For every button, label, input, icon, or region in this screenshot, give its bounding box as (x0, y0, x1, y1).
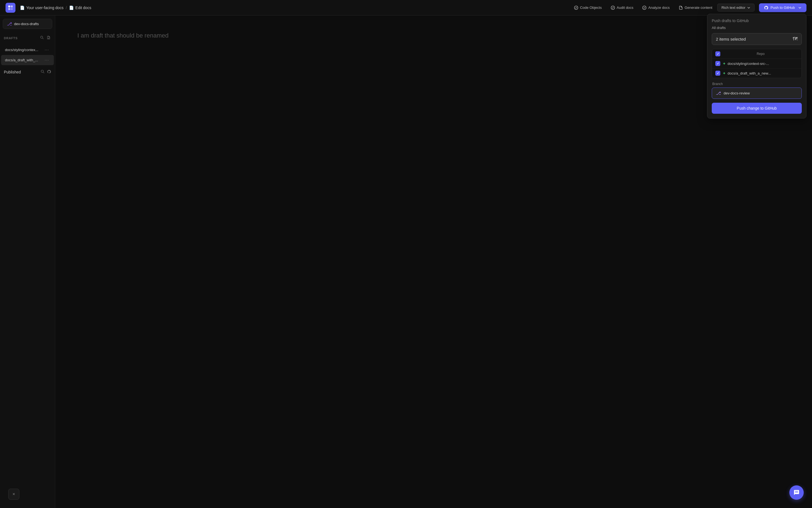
breadcrumb-current[interactable]: 📄 Edit docs (69, 5, 91, 10)
files-list: ✓ Repo ✓ + docs/styling/context-src-... … (712, 49, 802, 78)
svg-line-12 (43, 72, 44, 73)
dropdown-all-drafts[interactable]: All drafts (712, 26, 802, 30)
items-selected-text: 2 items selected (716, 37, 790, 41)
file-1-plus-icon: + (723, 61, 725, 66)
files-list-header: ✓ Repo (712, 49, 802, 59)
sidebar-published: Published (0, 68, 55, 77)
file-2-check-mark: ✓ (717, 72, 719, 75)
breadcrumb-parent[interactable]: 📄 Your user-facing docs (20, 5, 64, 10)
published-actions (41, 70, 51, 75)
push-to-github-button[interactable]: Push to GitHub (759, 3, 807, 12)
map-icon-button[interactable]: 🗺 (793, 36, 798, 42)
file-2-checkbox[interactable]: ✓ (715, 71, 720, 76)
push-to-github-label: Push to GitHub (771, 5, 795, 10)
branch-section: Branch ⎇ dev-docs-review (712, 82, 802, 99)
svg-rect-3 (11, 8, 13, 10)
drafts-search-button[interactable] (40, 35, 44, 41)
check-circle-icon-2 (611, 5, 615, 10)
sidebar-drafts-header: DRAFTS (0, 33, 55, 43)
branch-icon: ⎇ (716, 91, 721, 96)
search-icon (40, 36, 44, 40)
sidebar: ⎇ dev-docs-drafts DRAFTS (0, 15, 55, 508)
new-draft-button[interactable] (46, 35, 51, 41)
sidebar-section-actions (40, 35, 51, 41)
file-2-plus-icon: + (723, 71, 725, 75)
audit-docs-label: Audit docs (617, 5, 634, 10)
rich-text-label: Rich text editor (721, 5, 745, 10)
draft-title: I am draft that should be renamed (77, 32, 790, 39)
new-file-icon (47, 36, 50, 40)
sidebar-repo[interactable]: ⎇ dev-docs-drafts (3, 19, 52, 29)
chat-icon (794, 490, 800, 496)
published-label: Published (4, 70, 21, 74)
branch-row[interactable]: ⎇ dev-docs-review (712, 87, 802, 99)
close-button[interactable]: × (8, 489, 19, 500)
analyze-docs-button[interactable]: Analyze docs (638, 4, 673, 12)
breadcrumb-separator: / (66, 5, 67, 10)
push-chevron-down-icon (798, 6, 802, 9)
svg-point-11 (41, 70, 43, 72)
code-objects-label: Code Objects (580, 5, 602, 10)
doc-icon: 📄 (20, 5, 25, 10)
svg-rect-2 (8, 8, 10, 10)
breadcrumb-current-label: Edit docs (75, 5, 91, 10)
items-selected-row: 2 items selected 🗺 (712, 33, 802, 45)
sidebar-item-2-label: docs/a_draft_with_... (5, 58, 43, 62)
header-nav: Code Objects Audit docs Analyze docs Gen… (570, 4, 755, 12)
app-logo (5, 3, 15, 13)
sidebar-item-2[interactable]: docs/a_draft_with_... ⋯ (1, 55, 54, 65)
doc-icon-2: 📄 (69, 5, 74, 10)
sidebar-item-1[interactable]: docs/styling/contex... ⋯ (1, 45, 54, 55)
generate-content-button[interactable]: Generate content (675, 4, 716, 12)
generate-content-label: Generate content (685, 5, 712, 10)
chat-button[interactable] (789, 485, 804, 500)
breadcrumb-parent-label: Your user-facing docs (26, 5, 64, 10)
file-row-2[interactable]: ✓ + docs/a_draft_with_a_new... (712, 69, 802, 78)
file-1-name: docs/styling/context-src-... (728, 61, 769, 66)
sidebar-item-1-label: docs/styling/contex... (5, 48, 43, 52)
file-1-check-mark: ✓ (717, 62, 719, 66)
header-checkbox[interactable]: ✓ (715, 51, 720, 56)
push-change-button[interactable]: Push change to GitHub (712, 103, 802, 114)
check-circle-icon-3 (642, 5, 647, 10)
sidebar-item-2-more[interactable]: ⋯ (43, 57, 50, 63)
sidebar-repo-name: dev-docs-drafts (14, 22, 39, 26)
dropdown-header: Push drafts to GitHub (712, 18, 802, 23)
file-icon (679, 5, 683, 10)
check-circle-icon (574, 5, 578, 10)
drafts-label: DRAFTS (4, 36, 18, 40)
repo-col-label: Repo (723, 52, 798, 56)
main-layout: ⎇ dev-docs-drafts DRAFTS (0, 15, 812, 508)
chevron-down-icon (747, 6, 750, 9)
github-icon (764, 5, 768, 10)
svg-rect-0 (8, 5, 10, 7)
svg-line-8 (43, 38, 43, 39)
rich-text-editor-button[interactable]: Rich text editor (717, 4, 755, 12)
search-icon-2 (41, 70, 45, 74)
breadcrumb: 📄 Your user-facing docs / 📄 Edit docs (20, 5, 91, 10)
check-mark: ✓ (717, 52, 719, 56)
branch-name: dev-docs-review (724, 91, 750, 95)
header: 📄 Your user-facing docs / 📄 Edit docs Co… (0, 0, 812, 15)
file-2-name: docs/a_draft_with_a_new... (728, 71, 771, 75)
audit-docs-button[interactable]: Audit docs (607, 4, 638, 12)
published-github-button[interactable] (47, 70, 51, 75)
svg-rect-1 (11, 5, 13, 7)
file-row-1[interactable]: ✓ + docs/styling/context-src-... (712, 59, 802, 69)
github-icon-2 (47, 70, 51, 74)
analyze-docs-label: Analyze docs (648, 5, 669, 10)
main-content: I am draft that should be renamed (55, 15, 812, 508)
branch-label: Branch (712, 82, 802, 86)
push-dropdown-panel: Push drafts to GitHub All drafts 2 items… (707, 14, 807, 119)
repo-branch-icon: ⎇ (7, 21, 12, 27)
sidebar-item-1-more[interactable]: ⋯ (43, 47, 50, 53)
published-search-button[interactable] (41, 70, 45, 75)
code-objects-button[interactable]: Code Objects (570, 4, 606, 12)
svg-point-7 (41, 36, 43, 38)
file-1-checkbox[interactable]: ✓ (715, 61, 720, 66)
close-icon: × (12, 492, 15, 497)
